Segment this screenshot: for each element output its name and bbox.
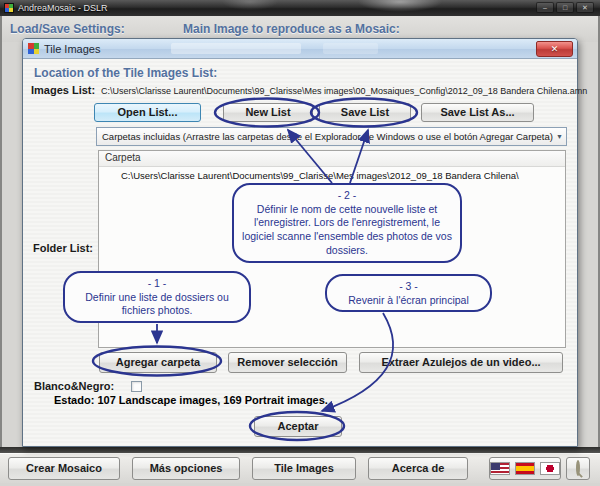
- callout-2-title: - 2 -: [242, 189, 452, 203]
- blanco-negro-checkbox[interactable]: [131, 381, 142, 392]
- minimize-button[interactable]: –: [536, 2, 554, 13]
- images-list-path: C:\Users\Clarisse Laurent\Documents\99_C…: [101, 86, 587, 96]
- save-list-as-button[interactable]: Save List As...: [421, 103, 534, 122]
- callout-1-title: - 1 -: [73, 277, 241, 291]
- folder-list-label: Folder List:: [23, 242, 93, 254]
- window-title: AndreaMosaic - DSLR: [18, 3, 108, 13]
- titlebar-gloss: [171, 43, 301, 54]
- magnifier-icon: [576, 460, 580, 476]
- remove-selection-button[interactable]: Remover selección: [228, 352, 347, 373]
- accept-button[interactable]: Aceptar: [254, 416, 342, 437]
- save-list-button[interactable]: Save List: [319, 103, 411, 122]
- new-list-button[interactable]: New List: [223, 103, 313, 122]
- spain-flag-icon: [515, 462, 535, 475]
- chevron-down-icon: ▼: [556, 130, 563, 144]
- images-list-label: Images List:: [31, 84, 95, 96]
- blanco-negro-label: Blanco&Negro:: [34, 380, 114, 392]
- callout-3: - 3 - Revenir à l'écran principal: [325, 274, 492, 312]
- create-mosaic-button[interactable]: Crear Mosaico: [8, 457, 120, 480]
- maximize-button[interactable]: □: [556, 2, 574, 13]
- status-line: Estado: 107 Landscape images, 169 Portra…: [54, 394, 328, 406]
- status-label: Estado:: [54, 394, 94, 406]
- more-options-button[interactable]: Más opciones: [132, 457, 240, 480]
- folders-dropdown-value: Carpetas incluidas (Arrastre las carpeta…: [102, 131, 553, 142]
- extract-tiles-button[interactable]: Extraer Azulejos de un video...: [359, 352, 563, 373]
- callout-1: - 1 - Definir une liste de dossiers ou f…: [63, 271, 251, 323]
- carpeta-column-header: Carpeta: [99, 151, 565, 167]
- open-list-button[interactable]: Open List...: [94, 103, 201, 122]
- dialog-heading: Location of the Tile Images List:: [34, 66, 217, 80]
- app-window: AndreaMosaic - DSLR – □ ✕ Load/Save Sett…: [0, 0, 600, 486]
- language-button[interactable]: [489, 457, 561, 480]
- about-button[interactable]: Acerca de: [368, 457, 468, 480]
- app-icon: [4, 3, 14, 13]
- dialog-close-button[interactable]: ✕: [536, 41, 573, 57]
- table-row[interactable]: C:\Users\Clarisse Laurent\Documents\99_C…: [99, 167, 565, 181]
- titlebar-gloss: [323, 43, 378, 54]
- callout-3-title: - 3 -: [335, 280, 482, 294]
- dialog-titlebar: Tile Images: [23, 39, 577, 59]
- callout-1-text: Definir une liste de dossiers ou fichier…: [73, 291, 241, 318]
- add-folder-button[interactable]: Agregar carpeta: [99, 352, 217, 373]
- window-left-border: [0, 16, 2, 483]
- folders-dropdown[interactable]: Carpetas incluidas (Arrastre las carpeta…: [96, 127, 567, 146]
- status-text: 107 Landscape images, 169 Portrait image…: [97, 394, 328, 406]
- main-image-heading: Main Image to reproduce as a Mosaic:: [183, 22, 400, 36]
- footer-toolbar: Crear Mosaico Más opciones Tile Images A…: [0, 453, 600, 483]
- window-titlebar: AndreaMosaic - DSLR – □ ✕: [0, 0, 600, 16]
- load-save-settings-heading: Load/Save Settings:: [10, 22, 125, 36]
- japan-flag-icon: [540, 462, 560, 475]
- callout-3-text: Revenir à l'écran principal: [335, 294, 482, 308]
- callout-2: - 2 - Définir le nom de cette nouvelle l…: [232, 183, 462, 263]
- search-button[interactable]: [566, 457, 590, 480]
- close-button[interactable]: ✕: [576, 2, 594, 13]
- callout-2-text: Définir le nom de cette nouvelle liste e…: [242, 203, 452, 258]
- us-flag-icon: [490, 462, 510, 475]
- dialog-icon: [28, 43, 39, 54]
- dialog-title: Tile Images: [44, 43, 100, 55]
- tile-images-button[interactable]: Tile Images: [252, 457, 356, 480]
